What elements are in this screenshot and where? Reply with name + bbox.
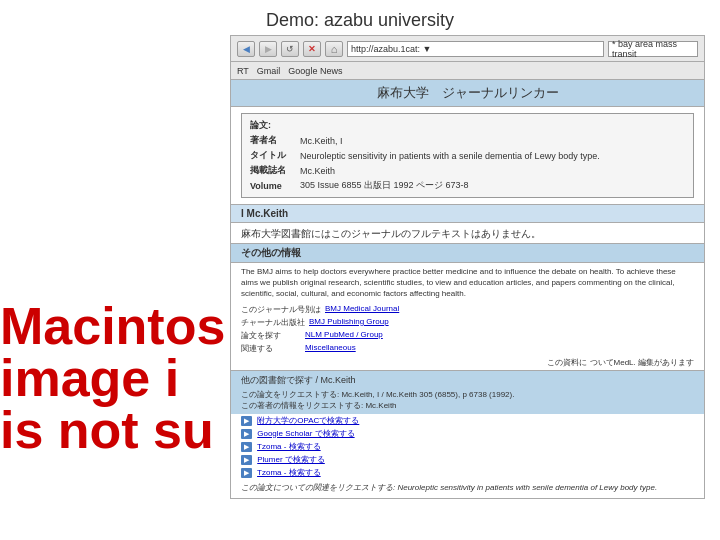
research-row: 論文を探す NLM PubMed / Group [231,329,704,342]
table-row: 掲載誌名 Mc.Keith [248,163,687,178]
stop-button[interactable]: ✕ [303,41,321,57]
request-link-4[interactable]: ▶ Plumer で検索する [231,453,704,466]
field-value: 305 Issue 6855 出版日 1992 ページ 673-8 [298,178,687,193]
research-link[interactable]: NLM PubMed / Group [305,330,383,341]
journal-label: このジャーナル号別は [241,304,321,315]
mac-overlay: Macintos image i is not su [0,300,225,456]
address-bar[interactable]: http://azabu.1cat: ▼ [347,41,604,57]
search-arrow-1: ▶ [241,498,252,499]
request-author: この著者の情報をリクエストする: Mc.Keith [241,400,694,411]
table-row: 著者名 Mc.Keith, I [248,133,687,148]
article-box: 論文: 著者名 Mc.Keith, I タイトル Neuroleptic sen… [241,113,694,198]
page-title: Demo: azabu university [0,0,720,39]
request-article: この論文をリクエストする: Mc.Keith, I / Mc.Keith 305… [241,387,694,400]
field-label: Volume [248,178,298,193]
field-value: Mc.Keith, I [298,133,687,148]
journal-row: このジャーナル号別は BMJ Medical Journal [231,303,704,316]
related-link[interactable]: Miscellaneous [305,343,356,354]
publisher-row: チャーナル出版社 BMJ Publishing Group [231,316,704,329]
search-link-1[interactable]: ▶ Google Schelner で検索する [231,496,704,499]
bookmark-rt[interactable]: RT [237,66,249,76]
request-section: 他の図書館で探す / Mc.Keith この論文をリクエストする: Mc.Kei… [231,370,704,414]
research-label: 論文を探す [241,330,301,341]
field-value: Neuroleptic sensitivity in patients with… [298,148,687,163]
request-link-1[interactable]: ▶ 附方大学のOPACで検索する [231,414,704,427]
fulltext-notice: 麻布大学図書館にはこのジャーナルのフルテキストはありません。 [231,223,704,243]
publisher-label: チャーナル出版社 [241,317,305,328]
bookmarks-bar: RT Gmail Google News [230,61,705,79]
arrow-icon-4: ▶ [241,455,252,465]
arrow-icon-2: ▶ [241,429,252,439]
table-row: タイトル Neuroleptic sensitivity in patients… [248,148,687,163]
mac-line2: image i [0,352,225,404]
journal-link[interactable]: BMJ Medical Journal [325,304,399,315]
table-row: Volume 305 Issue 6855 出版日 1992 ページ 673-8 [248,178,687,193]
jp-header: 麻布大学 ジャーナルリンカー [231,80,704,107]
request-title: 他の図書館で探す / Mc.Keith [241,374,694,387]
article-title-bottom: この論文についての関連をリクエストする: Neuroleptic sensiti… [231,479,704,496]
request-link-2[interactable]: ▶ Google Scholar で検索する [231,427,704,440]
refresh-button[interactable]: ↺ [281,41,299,57]
table-row: 論文: [248,118,687,133]
field-label: 論文: [248,118,298,133]
browser-window: ◀ ▶ ↺ ✕ ⌂ http://azabu.1cat: ▼ * bay are… [230,35,705,499]
arrow-icon-5: ▶ [241,468,252,478]
small-notice: この資料に ついてMedL. 編集があります [231,355,704,370]
related-row: 関連する Miscellaneous [231,342,704,355]
field-value: Mc.Keith [298,163,687,178]
related-label: 関連する [241,343,301,354]
home-button[interactable]: ⌂ [325,41,343,57]
field-label: 掲載誌名 [248,163,298,178]
arrow-icon-1: ▶ [241,416,252,426]
arrow-icon-3: ▶ [241,442,252,452]
back-button[interactable]: ◀ [237,41,255,57]
browser-chrome: ◀ ▶ ↺ ✕ ⌂ http://azabu.1cat: ▼ * bay are… [230,35,705,61]
mac-line1: Macintos [0,300,225,352]
field-value [298,118,687,133]
other-info-header: その他の情報 [231,243,704,263]
page-content: 麻布大学 ジャーナルリンカー 論文: 著者名 Mc.Keith, I タイトル … [230,79,705,499]
request-link-3[interactable]: ▶ Tzoma - 検索する [231,440,704,453]
bookmark-google-news[interactable]: Google News [288,66,342,76]
mac-line3: is not su [0,404,225,456]
publisher-link[interactable]: BMJ Publishing Group [309,317,389,328]
info-paragraph: The BMJ aims to help doctors everywhere … [231,263,704,303]
field-label: 著者名 [248,133,298,148]
field-label: タイトル [248,148,298,163]
forward-button[interactable]: ▶ [259,41,277,57]
bookmark-gmail[interactable]: Gmail [257,66,281,76]
author-section: I Mc.Keith [231,204,704,223]
request-link-5[interactable]: ▶ Tzoma - 検索する [231,466,704,479]
search-bar[interactable]: * bay area mass transit [608,41,698,57]
